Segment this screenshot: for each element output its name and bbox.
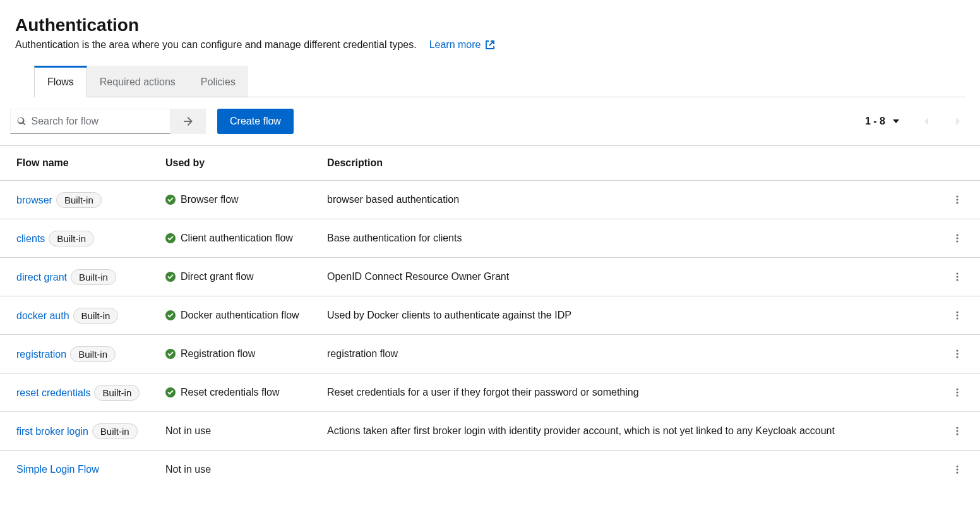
builtin-badge: Built-in bbox=[56, 192, 102, 208]
create-flow-button[interactable]: Create flow bbox=[217, 109, 294, 134]
row-actions-button[interactable] bbox=[947, 228, 967, 248]
flow-link[interactable]: Simple Login Flow bbox=[16, 464, 99, 475]
used-by-text: Reset credentials flow bbox=[181, 387, 280, 398]
description-cell bbox=[327, 451, 945, 489]
svg-point-22 bbox=[956, 391, 958, 393]
svg-point-7 bbox=[956, 240, 958, 242]
svg-point-13 bbox=[956, 311, 958, 313]
description-cell: registration flow bbox=[327, 335, 945, 373]
svg-point-29 bbox=[956, 471, 958, 473]
flow-link[interactable]: registration bbox=[16, 349, 66, 360]
flow-link[interactable]: reset credentials bbox=[16, 387, 90, 398]
svg-point-3 bbox=[956, 202, 958, 203]
svg-point-27 bbox=[956, 465, 958, 467]
used-by-text: Not in use bbox=[165, 425, 211, 437]
kebab-icon bbox=[952, 464, 962, 475]
used-by-text: Client authentication flow bbox=[181, 233, 293, 244]
svg-point-23 bbox=[956, 394, 958, 396]
svg-point-17 bbox=[956, 349, 958, 351]
pagination-prev-button[interactable] bbox=[914, 109, 940, 134]
builtin-badge: Built-in bbox=[70, 346, 116, 362]
builtin-badge: Built-in bbox=[94, 385, 140, 401]
svg-point-26 bbox=[956, 433, 958, 435]
kebab-icon bbox=[952, 426, 962, 436]
external-link-icon bbox=[485, 40, 495, 50]
table-row: reset credentialsBuilt-inReset credentia… bbox=[0, 373, 980, 412]
tab-flows[interactable]: Flows bbox=[34, 66, 87, 97]
tab-policies[interactable]: Policies bbox=[188, 66, 248, 97]
used-by-text: Not in use bbox=[165, 464, 211, 475]
row-actions-button[interactable] bbox=[947, 267, 967, 287]
check-circle-icon bbox=[165, 387, 176, 398]
tab-required-actions[interactable]: Required actions bbox=[87, 66, 188, 97]
builtin-badge: Built-in bbox=[49, 231, 94, 246]
svg-point-6 bbox=[956, 237, 958, 239]
flow-link[interactable]: first broker login bbox=[16, 426, 88, 437]
check-circle-icon bbox=[165, 195, 176, 205]
table-row: clientsBuilt-inClient authentication flo… bbox=[0, 219, 980, 258]
svg-point-5 bbox=[956, 234, 958, 236]
col-description: Description bbox=[327, 146, 945, 181]
flow-link[interactable]: clients bbox=[16, 233, 45, 244]
table-row: Simple Login FlowNot in use bbox=[0, 451, 980, 489]
kebab-icon bbox=[952, 387, 962, 398]
description-cell: browser based authentication bbox=[327, 181, 945, 219]
used-by-text: Registration flow bbox=[181, 348, 255, 360]
kebab-icon bbox=[952, 310, 962, 320]
check-circle-icon bbox=[165, 233, 176, 243]
table-row: direct grantBuilt-inDirect grant flowOpe… bbox=[0, 258, 980, 296]
flow-link[interactable]: browser bbox=[16, 195, 52, 205]
check-circle-icon bbox=[165, 349, 176, 359]
table-row: browserBuilt-inBrowser flowbrowser based… bbox=[0, 181, 980, 219]
svg-point-28 bbox=[956, 468, 958, 470]
row-actions-button[interactable] bbox=[947, 190, 967, 210]
description-cell: Used by Docker clients to authenticate a… bbox=[327, 296, 945, 335]
description-cell: OpenID Connect Resource Owner Grant bbox=[327, 258, 945, 296]
svg-point-9 bbox=[956, 272, 958, 274]
used-by-cell: Direct grant flow bbox=[165, 271, 317, 282]
svg-point-18 bbox=[956, 353, 958, 355]
toolbar: Create flow 1 - 8 bbox=[0, 97, 980, 145]
used-by-cell: Not in use bbox=[165, 464, 317, 475]
learn-more-link[interactable]: Learn more bbox=[429, 39, 495, 51]
row-actions-button[interactable] bbox=[947, 382, 967, 403]
builtin-badge: Built-in bbox=[92, 423, 138, 439]
search-icon bbox=[17, 116, 26, 126]
search-input[interactable] bbox=[31, 116, 164, 127]
page-title: Authentication bbox=[15, 15, 965, 35]
svg-point-11 bbox=[956, 279, 958, 281]
caret-down-icon[interactable] bbox=[893, 118, 899, 124]
kebab-icon bbox=[952, 272, 962, 282]
learn-more-label: Learn more bbox=[429, 39, 481, 51]
page-subtitle: Authentication is the area where you can… bbox=[15, 39, 417, 51]
row-actions-button[interactable] bbox=[947, 344, 967, 364]
pagination-next-button[interactable] bbox=[945, 109, 970, 134]
check-circle-icon bbox=[165, 272, 176, 282]
builtin-badge: Built-in bbox=[73, 308, 119, 324]
col-flow-name: Flow name bbox=[0, 146, 165, 181]
kebab-icon bbox=[952, 349, 962, 359]
builtin-badge: Built-in bbox=[71, 269, 116, 285]
description-cell: Base authentication for clients bbox=[327, 219, 945, 258]
svg-point-14 bbox=[956, 314, 958, 316]
flow-link[interactable]: docker auth bbox=[16, 310, 69, 321]
row-actions-button[interactable] bbox=[947, 305, 967, 325]
svg-point-24 bbox=[956, 427, 958, 428]
pagination-range: 1 - 8 bbox=[865, 116, 885, 127]
table-row: first broker loginBuilt-inNot in useActi… bbox=[0, 412, 980, 451]
used-by-cell: Registration flow bbox=[165, 348, 317, 360]
table-row: registrationBuilt-inRegistration flowreg… bbox=[0, 335, 980, 373]
svg-point-25 bbox=[956, 430, 958, 432]
used-by-cell: Reset credentials flow bbox=[165, 387, 317, 398]
svg-point-21 bbox=[956, 388, 958, 390]
flow-link[interactable]: direct grant bbox=[16, 272, 67, 282]
flows-table: Flow name Used by Description browserBui… bbox=[0, 146, 980, 489]
row-actions-button[interactable] bbox=[947, 421, 967, 441]
search-submit-button[interactable] bbox=[170, 109, 206, 134]
kebab-icon bbox=[952, 195, 962, 205]
used-by-text: Browser flow bbox=[181, 194, 239, 205]
description-cell: Reset credentials for a user if they for… bbox=[327, 373, 945, 412]
used-by-text: Docker authentication flow bbox=[181, 310, 299, 321]
used-by-cell: Docker authentication flow bbox=[165, 310, 317, 321]
row-actions-button[interactable] bbox=[947, 459, 967, 480]
